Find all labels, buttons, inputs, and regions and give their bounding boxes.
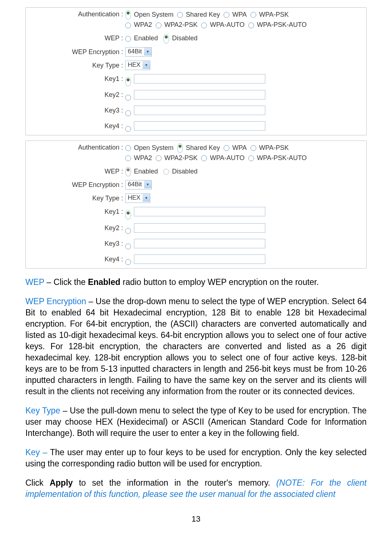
wep-enabled-label: Enabled bbox=[134, 34, 158, 42]
key2-radio[interactable] bbox=[125, 95, 131, 101]
wep-options-1: Enabled Disabled bbox=[125, 33, 363, 43]
keytype-label: Key Type : bbox=[29, 193, 125, 203]
auth-label: Authentication : bbox=[29, 143, 125, 152]
auth-label-wpa2: WPA2 bbox=[132, 154, 152, 162]
auth-radio-wpa-psk-auto[interactable] bbox=[248, 23, 254, 28]
key3-input[interactable] bbox=[134, 239, 265, 248]
term-wep-encryption: WEP Encryption bbox=[25, 297, 86, 306]
key4-input[interactable] bbox=[134, 121, 265, 131]
auth-radio-shared-key[interactable] bbox=[177, 12, 183, 18]
wep-options-2: Enabled Disabled bbox=[125, 167, 363, 176]
term-key: Key – bbox=[25, 448, 47, 457]
auth-label-open-system: Open System bbox=[132, 11, 173, 18]
wep-disabled-label: Disabled bbox=[172, 34, 197, 42]
auth-radio-wpa2-psk[interactable] bbox=[156, 155, 162, 161]
auth-label-wpa-psk-auto: WPA-PSK-AUTO bbox=[255, 154, 307, 162]
term-key-type: Key Type bbox=[25, 406, 60, 415]
auth-label-wpa2-psk: WPA2-PSK bbox=[163, 154, 198, 162]
wep-disabled-radio[interactable] bbox=[163, 34, 169, 44]
wepenc-label: WEP Encryption : bbox=[29, 180, 125, 189]
auth-panel-1: Authentication : Open System Shared Key … bbox=[25, 7, 367, 135]
auth-label-wpa2-psk: WPA2-PSK bbox=[163, 21, 198, 28]
auth-radio-wpa-auto[interactable] bbox=[201, 155, 207, 161]
key1-label: Key1 : bbox=[29, 207, 125, 216]
term-wep: WEP bbox=[25, 277, 44, 287]
auth-label-open-system: Open System bbox=[132, 144, 173, 151]
wep-encryption-value: 64Bit bbox=[126, 180, 144, 188]
auth-radio-wpa-psk[interactable] bbox=[250, 145, 256, 151]
auth-radio-wpa[interactable] bbox=[224, 145, 229, 151]
auth-radio-wpa2[interactable] bbox=[125, 155, 131, 161]
key1-radio[interactable] bbox=[125, 77, 131, 86]
key4-radio[interactable] bbox=[125, 259, 131, 265]
chevron-down-icon: ▾ bbox=[143, 194, 150, 202]
paragraph-wep: WEP – Click the Enabled radio button to … bbox=[25, 277, 367, 288]
page-number: 13 bbox=[25, 514, 367, 524]
auth-label-wpa-psk-auto: WPA-PSK-AUTO bbox=[255, 21, 307, 28]
key-type-value: HEX bbox=[126, 194, 143, 202]
auth-label-wpa-psk: WPA-PSK bbox=[257, 11, 289, 18]
key3-label: Key3 : bbox=[29, 239, 125, 248]
key1-label: Key1 : bbox=[29, 74, 125, 83]
wep-disabled-radio bbox=[163, 169, 169, 175]
wep-label: WEP : bbox=[29, 167, 125, 176]
auth-radio-open-system[interactable] bbox=[125, 10, 131, 20]
key4-input[interactable] bbox=[134, 254, 265, 264]
auth-label-wpa: WPA bbox=[230, 11, 247, 18]
key3-radio[interactable] bbox=[125, 110, 131, 116]
paragraph-key: Key – The user may enter up to four keys… bbox=[25, 447, 367, 469]
chevron-down-icon: ▾ bbox=[144, 180, 151, 188]
chevron-down-icon: ▾ bbox=[144, 48, 151, 56]
auth-label-shared-key: Shared Key bbox=[184, 144, 220, 151]
key3-radio[interactable] bbox=[125, 244, 131, 249]
auth-panel-2: Authentication : Open System Shared Key … bbox=[25, 140, 367, 269]
wepenc-label: WEP Encryption : bbox=[29, 47, 125, 57]
auth-label-wpa-auto: WPA-AUTO bbox=[208, 21, 244, 28]
paragraph-apply: Click Apply to set the information in th… bbox=[25, 477, 367, 500]
wep-enabled-radio bbox=[125, 167, 131, 176]
key2-radio[interactable] bbox=[125, 228, 131, 234]
key4-label: Key4 : bbox=[29, 254, 125, 264]
key1-input[interactable] bbox=[134, 207, 265, 216]
key3-input[interactable] bbox=[134, 106, 265, 115]
auth-label: Authentication : bbox=[29, 9, 125, 19]
auth-radio-wpa2[interactable] bbox=[125, 23, 131, 28]
wep-label: WEP : bbox=[29, 33, 125, 43]
key4-label: Key4 : bbox=[29, 121, 125, 131]
chevron-down-icon: ▾ bbox=[143, 61, 150, 69]
keytype-label: Key Type : bbox=[29, 61, 125, 70]
auth-label-wpa: WPA bbox=[230, 144, 247, 151]
key2-input[interactable] bbox=[134, 223, 265, 233]
key1-radio[interactable] bbox=[125, 210, 131, 220]
wep-encryption-select[interactable]: 64Bit▾ bbox=[125, 180, 152, 189]
key1-input[interactable] bbox=[134, 74, 265, 83]
auth-label-wpa-psk: WPA-PSK bbox=[257, 144, 289, 151]
key4-radio[interactable] bbox=[125, 126, 131, 132]
auth-radio-wpa[interactable] bbox=[224, 12, 229, 18]
auth-label-wpa2: WPA2 bbox=[132, 21, 152, 28]
key2-input[interactable] bbox=[134, 90, 265, 99]
auth-options-1: Open System Shared Key WPA WPA-PSK WPA2 … bbox=[125, 9, 363, 30]
key2-label: Key2 : bbox=[29, 90, 125, 99]
paragraph-key-type: Key Type – Use the pull-down menu to sel… bbox=[25, 405, 367, 439]
auth-radio-shared-key[interactable] bbox=[177, 143, 183, 153]
auth-radio-wpa2-psk[interactable] bbox=[156, 23, 162, 28]
key-type-select[interactable]: HEX▾ bbox=[125, 193, 150, 203]
auth-radio-open-system[interactable] bbox=[125, 145, 131, 151]
auth-radio-wpa-psk[interactable] bbox=[250, 12, 256, 18]
key-type-select[interactable]: HEX▾ bbox=[125, 61, 150, 70]
auth-label-shared-key: Shared Key bbox=[184, 11, 220, 18]
auth-radio-wpa-psk-auto[interactable] bbox=[248, 155, 254, 161]
wep-enabled-radio[interactable] bbox=[125, 36, 131, 42]
paragraph-wep-encryption: WEP Encryption – Use the drop-down menu … bbox=[25, 296, 367, 397]
auth-radio-wpa-auto[interactable] bbox=[201, 23, 207, 28]
auth-label-wpa-auto: WPA-AUTO bbox=[208, 154, 244, 162]
wep-enabled-label: Enabled bbox=[134, 168, 158, 175]
key-type-value: HEX bbox=[126, 61, 143, 69]
key2-label: Key2 : bbox=[29, 223, 125, 233]
wep-encryption-value: 64Bit bbox=[126, 48, 144, 56]
wep-encryption-select[interactable]: 64Bit▾ bbox=[125, 47, 152, 57]
auth-options-2: Open System Shared Key WPA WPA-PSK WPA2 … bbox=[125, 143, 363, 163]
wep-disabled-label: Disabled bbox=[172, 168, 197, 175]
key3-label: Key3 : bbox=[29, 106, 125, 115]
